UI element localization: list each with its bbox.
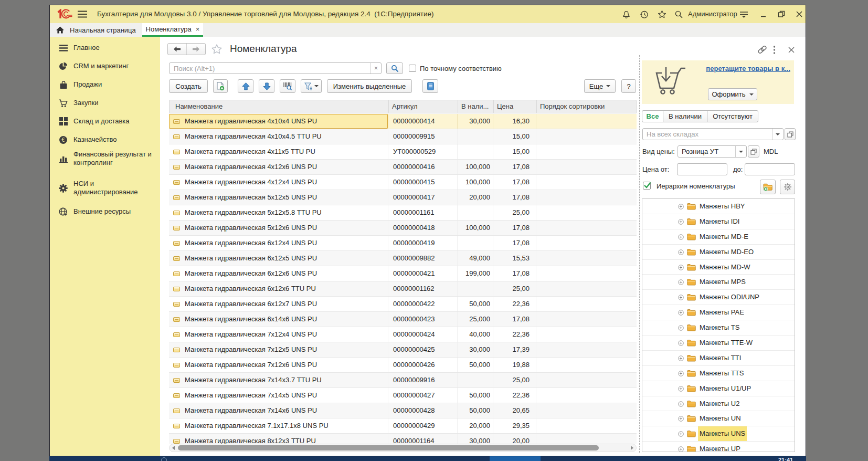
cell-name[interactable]: Манжета гидравлическая 7х14х3.7 TTU PU bbox=[169, 373, 388, 387]
cell-order[interactable] bbox=[536, 175, 637, 190]
restore-icon[interactable] bbox=[777, 10, 786, 18]
create-button[interactable]: Создать bbox=[169, 79, 208, 93]
table-row[interactable]: Манжета гидравлическая 4х12х6 UNS PU 000… bbox=[169, 160, 637, 175]
search-button[interactable] bbox=[386, 62, 403, 74]
move-up-button[interactable] bbox=[238, 79, 253, 93]
expand-icon[interactable] bbox=[678, 249, 684, 255]
sidebar-item-main[interactable]: Главное bbox=[50, 39, 160, 57]
table-row[interactable]: Манжета гидравлическая 4х11х5 TTU PU УТ0… bbox=[169, 144, 637, 160]
table-row[interactable]: Манжета гидравлическая 7х12х6 UNS PU 000… bbox=[169, 358, 637, 373]
cell-order[interactable] bbox=[536, 266, 637, 281]
sidebar-item-purchases[interactable]: Закупки bbox=[50, 94, 160, 112]
cell-name[interactable]: Манжета гидравлическая 4х12х6 UNS PU bbox=[169, 160, 388, 174]
cell-sku[interactable]: 00000000422 bbox=[388, 297, 458, 311]
cell-order[interactable] bbox=[536, 327, 637, 342]
cell-order[interactable] bbox=[536, 434, 637, 444]
expand-icon[interactable] bbox=[678, 371, 684, 376]
sidebar-item-finance[interactable]: Финансовый результат и контроллинг bbox=[50, 146, 160, 171]
table-row[interactable]: Манжета гидравлическая 6х12х6 UNS PU 000… bbox=[169, 266, 637, 281]
expand-icon[interactable] bbox=[678, 340, 684, 346]
cell-name[interactable]: Манжета гидравлическая 6х12х6 UNS PU bbox=[169, 266, 388, 281]
cell-order[interactable] bbox=[536, 358, 637, 372]
cell-name[interactable]: Манжета гидравлическая 7х12х4 UNS PU bbox=[169, 327, 388, 342]
exact-match-checkbox[interactable] bbox=[409, 65, 416, 72]
cell-price[interactable]: 20,00 bbox=[493, 434, 536, 444]
cell-qty[interactable]: 20,000 bbox=[458, 190, 493, 205]
cell-name[interactable]: Манжета гидравлическая 7х12х6 UNS PU bbox=[169, 358, 388, 372]
cell-sku[interactable]: 00000000421 bbox=[388, 266, 458, 281]
warehouse-choose-button[interactable] bbox=[785, 128, 796, 140]
cell-price[interactable]: 20,65 bbox=[493, 403, 536, 418]
cell-name[interactable]: Манжета гидравлическая 7х12х5 UNS PU bbox=[169, 342, 388, 357]
current-user-label[interactable]: Администратор bbox=[688, 5, 737, 23]
price-type-input[interactable] bbox=[678, 146, 735, 157]
tree-item[interactable]: Манжеты PAE bbox=[642, 305, 795, 320]
cell-name[interactable]: Манжета гидравлическая 5х12х5 UNS PU bbox=[169, 190, 388, 205]
tree-item[interactable]: Манжеты MD-EO bbox=[642, 245, 795, 260]
tree-item[interactable]: Манжеты MD-W bbox=[642, 260, 795, 275]
expand-icon[interactable] bbox=[678, 265, 684, 270]
cell-sku[interactable]: 00000000424 bbox=[388, 327, 458, 342]
cell-price[interactable]: 15,53 bbox=[493, 251, 536, 266]
expand-icon[interactable] bbox=[678, 295, 684, 300]
sidebar-item-nsi[interactable]: НСИ и администрирование bbox=[50, 176, 160, 200]
cell-sku[interactable]: 00000000429 bbox=[388, 418, 458, 433]
cell-price[interactable]: 17,08 bbox=[493, 175, 536, 190]
cell-sku[interactable]: 00000000417 bbox=[388, 190, 458, 205]
table-row[interactable]: Манжета гидравлическая 6х12х4 UNS PU 000… bbox=[169, 236, 637, 251]
cell-price[interactable]: 16,30 bbox=[493, 114, 536, 129]
checkout-button[interactable]: Оформить bbox=[708, 88, 757, 100]
cell-sku[interactable]: 00000000425 bbox=[388, 342, 458, 357]
cell-qty[interactable]: 50,000 bbox=[458, 403, 493, 418]
table-row[interactable]: Манжета гидравлическая 5х12х6 UNS PU 000… bbox=[169, 221, 637, 236]
cell-sku[interactable]: 00000001161 bbox=[388, 205, 458, 220]
column-header-qty[interactable]: В нали... bbox=[458, 100, 494, 113]
cell-sku[interactable]: 00000009882 bbox=[388, 251, 458, 266]
expand-icon[interactable] bbox=[678, 401, 684, 407]
cell-sku[interactable]: 00000009915 bbox=[388, 129, 458, 144]
cell-name[interactable]: Манжета гидравлическая 6х12х6 TTU PU bbox=[169, 281, 388, 296]
cell-price[interactable]: 17,08 bbox=[493, 221, 536, 235]
cell-order[interactable] bbox=[536, 251, 637, 266]
global-search-icon[interactable] bbox=[674, 10, 683, 19]
cell-qty[interactable]: 30,000 bbox=[458, 342, 493, 357]
cell-price[interactable]: 17,08 bbox=[493, 236, 536, 250]
table-row[interactable]: Манжета гидравлическая 6х12х7 UNS PU 000… bbox=[169, 297, 637, 312]
form-close-icon[interactable] bbox=[788, 47, 795, 53]
cell-qty[interactable]: 50,000 bbox=[458, 388, 493, 403]
cell-sku[interactable]: 00000000419 bbox=[388, 236, 458, 250]
cell-qty[interactable] bbox=[458, 129, 493, 144]
cell-name[interactable]: Манжета гидравлическая 6х12х4 UNS PU bbox=[169, 236, 388, 250]
cell-price[interactable]: 22,36 bbox=[493, 297, 536, 311]
cell-qty[interactable]: 100,000 bbox=[458, 221, 493, 235]
price-type-choose-button[interactable] bbox=[748, 145, 759, 158]
table-row[interactable]: Манжета гидравлическая 8х12х3 TTU PU 000… bbox=[169, 434, 637, 444]
cell-qty[interactable] bbox=[458, 236, 493, 250]
tree-item[interactable]: Манжеты HBY bbox=[642, 199, 795, 214]
cell-sku[interactable]: 00000009916 bbox=[388, 373, 458, 387]
cell-name[interactable]: Манжета гидравлическая 6х12х5 UNS PU bbox=[169, 251, 388, 266]
cell-name[interactable]: Манжета гидравлическая 8х12х3 TTU PU bbox=[169, 434, 388, 444]
table-row[interactable]: Манжета гидравлическая 6х12х6 TTU PU 000… bbox=[169, 281, 637, 297]
cell-qty[interactable]: 49,000 bbox=[458, 251, 493, 266]
cell-price[interactable]: 25,00 bbox=[493, 205, 536, 220]
table-row[interactable]: Манжета гидравлическая 4х12х4 UNS PU 000… bbox=[169, 175, 637, 190]
cell-order[interactable] bbox=[536, 236, 637, 250]
cell-qty[interactable]: 30,000 bbox=[458, 434, 493, 444]
history-icon[interactable] bbox=[640, 10, 649, 19]
cell-price[interactable]: 22,36 bbox=[493, 388, 536, 403]
tree-item[interactable]: Манжеты TTI bbox=[642, 351, 795, 366]
help-button[interactable]: ? bbox=[621, 79, 636, 93]
table-row[interactable]: Манжета гидравлическая 6х14х6 UNS PU 000… bbox=[169, 312, 637, 327]
expand-icon[interactable] bbox=[678, 310, 684, 316]
expand-icon[interactable] bbox=[678, 431, 684, 437]
tree-item[interactable]: Манжеты TTS bbox=[642, 366, 795, 381]
cell-name[interactable]: Манжета гидравлическая 4х10х4.5 TTU PU bbox=[169, 129, 388, 144]
tree-item[interactable]: Манжеты TTE-W bbox=[642, 336, 795, 351]
cell-name[interactable]: Манжета гидравлическая 4х12х4 UNS PU bbox=[169, 175, 388, 190]
cell-sku[interactable]: 00000000428 bbox=[388, 403, 458, 418]
table-row[interactable]: Манжета гидравлическая 7х12х4 UNS PU 000… bbox=[169, 327, 637, 342]
cell-order[interactable] bbox=[536, 144, 637, 159]
cell-price[interactable]: 17,39 bbox=[493, 342, 536, 357]
filter-absent-button[interactable]: Отсутствуют bbox=[707, 110, 758, 122]
